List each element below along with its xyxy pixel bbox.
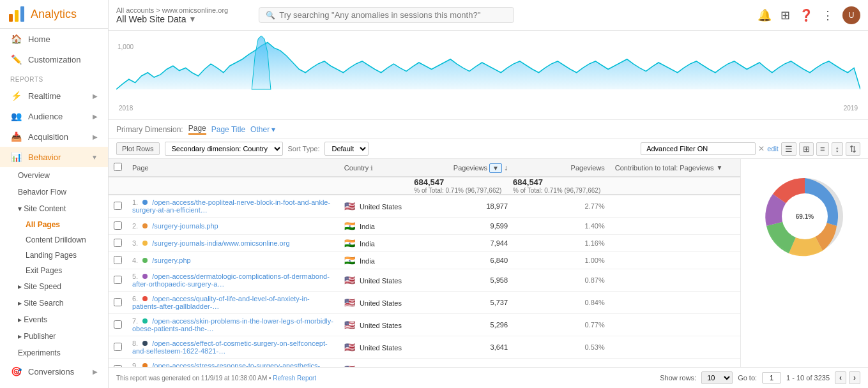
row-page-link[interactable]: /surgery-journals-india/www.omicsonline.… [152,239,289,247]
sidebar-item-home[interactable]: 🏠 Home [0,29,108,49]
sort-type-select[interactable]: Default [324,142,369,156]
row-checkbox[interactable] [114,239,122,247]
show-rows-select[interactable]: 10 25 50 100 [701,371,733,384]
row-country: India [360,223,375,230]
sidebar-item-landing-pages[interactable]: Landing Pages [0,248,108,263]
sidebar-item-experiments-label: Experiments [18,348,61,357]
sidebar-item-realtime-label: Realtime [28,91,61,101]
row-checkbox[interactable] [114,202,122,210]
sidebar-item-events[interactable]: ▸ Events [0,311,108,328]
sidebar-item-site-content-label: ▾ Site Content [18,204,66,213]
sidebar-item-site-content[interactable]: ▾ Site Content [0,200,108,217]
sidebar-item-realtime[interactable]: ⚡ Realtime ▶ [0,86,108,106]
notifications-icon[interactable]: 🔔 [758,8,772,22]
view-icon-grid[interactable]: ⊞ [799,142,814,156]
pie-chart: 69.1% [754,165,856,267]
row-country-cell: 🇮🇳 India [339,252,414,269]
col-pageviews2-header: Pageviews [513,159,610,177]
view-icon-sort-desc[interactable]: ⇅ [846,142,860,156]
row-number: 7. [132,317,138,325]
sidebar-item-site-search[interactable]: ▸ Site Search [0,295,108,311]
next-page-button[interactable]: › [849,371,860,384]
row-pct-cell: 0.53% [513,336,610,359]
row-country: United States [360,299,402,307]
sidebar-item-exit-pages[interactable]: Exit Pages [0,263,108,278]
view-icon-sort-asc[interactable]: ↕ [832,142,844,156]
grid-icon[interactable]: ⊞ [780,8,790,22]
row-color-dot [142,258,148,263]
table-row: 5. /open-access/dermatologic-complicatio… [109,269,740,292]
row-checkbox[interactable] [114,343,122,351]
sort-type-label: Sort Type: [288,145,320,153]
dimension-page[interactable]: Page [188,124,206,135]
sidebar-item-publisher[interactable]: ▸ Publisher [0,328,108,345]
search-input[interactable] [279,10,507,20]
row-page-link[interactable]: /open-access/stress-response-to-surgery-… [132,362,320,367]
filter-clear-icon[interactable]: ✕ [758,144,765,153]
row-page-link[interactable]: /open-access/effect-of-cosmetic-surgery-… [132,340,328,355]
sidebar: Analytics 🏠 Home ✏️ Customization REPORT… [0,0,109,388]
select-all-checkbox[interactable] [114,163,122,171]
search-bar[interactable]: 🔍 [259,7,514,23]
filter-input[interactable] [641,142,756,155]
sidebar-item-behavior[interactable]: 📊 Behavior ▼ [0,147,108,167]
row-checkbox-col [109,218,127,235]
sidebar-item-site-speed[interactable]: ▸ Site Speed [0,278,108,295]
dimension-page-title[interactable]: Page Title [211,125,245,134]
filter-edit-button[interactable]: edit [767,145,779,153]
row-contribution-cell [610,292,740,314]
table-summary-row: 684,547 % of Total: 0.71% (96,797,662) 6… [109,177,740,195]
row-flag: 🇮🇳 [344,255,355,265]
more-icon[interactable]: ⋮ [822,8,834,22]
row-number: 5. [132,272,138,280]
row-page-link[interactable]: /open-access/skin-problems-in-the-lower-… [132,317,333,332]
table-row: 7. /open-access/skin-problems-in-the-low… [109,314,740,336]
refresh-report-link[interactable]: Refresh Report [273,375,316,382]
view-icon-list[interactable]: ≡ [816,142,829,156]
sidebar-item-all-pages[interactable]: All Pages [0,217,108,232]
row-checkbox[interactable] [114,298,122,306]
row-pct-cell: 0.87% [513,269,610,292]
user-avatar[interactable]: U [842,6,860,24]
view-icon-table[interactable]: ☰ [781,142,796,156]
summary-checkbox-col [109,177,127,195]
sidebar-header: Analytics [0,0,108,29]
plot-rows-button[interactable]: Plot Rows [116,142,160,155]
row-page-link[interactable]: /open-access/quality-of-life-and-level-o… [132,295,310,310]
row-checkbox[interactable] [114,221,122,230]
row-checkbox[interactable] [114,256,122,264]
prev-page-button[interactable]: ‹ [835,371,846,384]
row-checkbox-col [109,269,127,292]
help-icon[interactable]: ❓ [799,8,813,22]
row-page-cell: 3. /surgery-journals-india/www.omicsonli… [127,235,339,252]
row-page-link[interactable]: /open-access/the-popliteal-nerve-block-i… [132,198,330,214]
row-checkbox[interactable] [114,276,122,284]
sidebar-item-content-drilldown[interactable]: Content Drilldown [0,232,108,248]
sidebar-item-acquisition[interactable]: 📥 Acquisition ▶ [0,126,108,147]
sidebar-item-behavior-flow[interactable]: Behavior Flow [0,184,108,200]
row-checkbox[interactable] [114,320,122,329]
year-2019: 2019 [844,105,858,112]
sidebar-item-audience[interactable]: 👥 Audience ▶ [0,106,108,126]
sidebar-item-overview[interactable]: Overview [0,167,108,184]
secondary-dimension-select[interactable]: Secondary dimension: Country [165,142,283,156]
table-row: 6. /open-access/quality-of-life-and-leve… [109,292,740,314]
property-selector[interactable]: All Web Site Data ▼ [116,14,236,24]
search-icon: 🔍 [266,11,275,20]
row-page-cell: 6. /open-access/quality-of-life-and-leve… [127,292,339,314]
row-page-link[interactable]: /surgery.php [152,257,190,264]
sidebar-nav: 🏠 Home ✏️ Customization REPORTS ⚡ Realti… [0,29,108,388]
dimension-other[interactable]: Other ▾ [250,125,275,134]
property-dropdown-icon: ▼ [188,15,196,24]
row-page-link[interactable]: /surgery-journals.php [152,222,218,230]
sidebar-item-customization[interactable]: ✏️ Customization [0,49,108,70]
customization-icon: ✏️ [10,54,22,64]
row-page-link[interactable]: /open-access/dermatologic-complications-… [132,272,330,288]
behavior-expand-icon: ▼ [91,154,98,161]
sidebar-item-conversions[interactable]: 🎯 Conversions ▶ [0,361,108,382]
svg-rect-2 [20,6,24,22]
sidebar-item-experiments[interactable]: Experiments [0,345,108,361]
col-pageviews-header[interactable]: Pageviews ▼ ↓ [414,159,513,177]
data-table: Page Country ℹ Pageviews ▼ ↓ Pageviews C… [109,159,740,367]
page-number-input[interactable] [762,372,781,384]
